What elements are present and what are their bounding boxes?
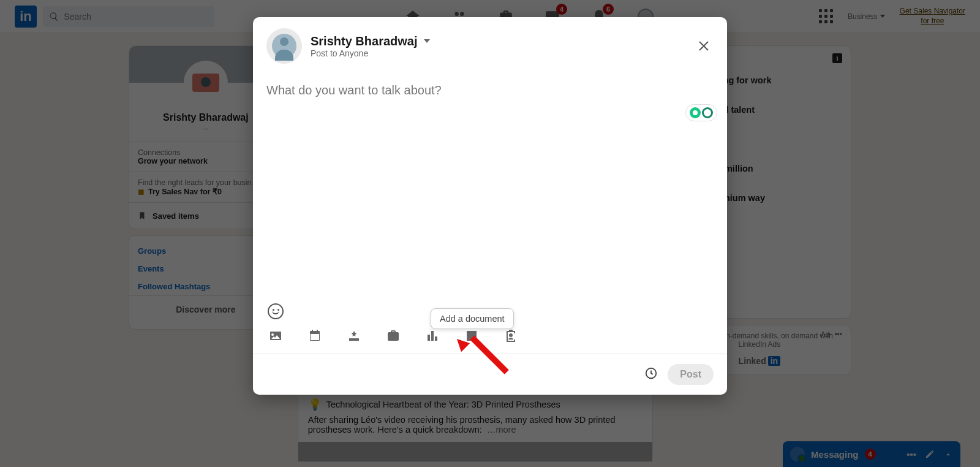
- create-post-modal: Srishty Bharadwaj Post to Anyone Add a d…: [253, 17, 727, 395]
- modal-footer: Post: [253, 354, 727, 395]
- post-body: [253, 67, 727, 303]
- add-photo-icon[interactable]: [268, 329, 284, 343]
- schedule-button[interactable]: [644, 366, 658, 382]
- add-document-icon[interactable]: [464, 329, 480, 343]
- add-poll-icon[interactable]: [424, 329, 440, 343]
- post-button[interactable]: Post: [668, 364, 714, 385]
- modal-audience[interactable]: Post to Anyone: [311, 48, 430, 58]
- add-job-icon[interactable]: [385, 329, 401, 343]
- grammarly-icon: [702, 107, 713, 118]
- modal-avatar: [266, 28, 302, 64]
- tooltip-add-document: Add a document: [431, 308, 514, 329]
- media-toolbar: Add a document: [253, 325, 727, 354]
- celebrate-icon[interactable]: [346, 329, 362, 343]
- assistant-dot-icon: [690, 107, 701, 118]
- grammarly-widget[interactable]: [685, 104, 717, 121]
- emoji-picker-button[interactable]: [268, 303, 284, 319]
- add-event-icon[interactable]: [307, 329, 323, 343]
- modal-header: Srishty Bharadwaj Post to Anyone: [253, 17, 727, 67]
- modal-author-select[interactable]: Srishty Bharadwaj: [311, 34, 430, 48]
- caret-down-icon: [424, 39, 430, 43]
- post-textarea[interactable]: [266, 83, 714, 287]
- add-hiring-icon[interactable]: [503, 329, 519, 343]
- close-button[interactable]: [694, 36, 714, 56]
